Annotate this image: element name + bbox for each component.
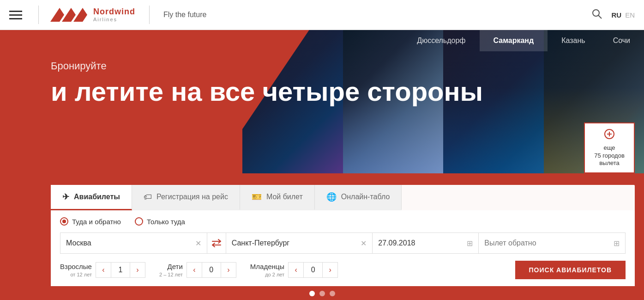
children-stepper: ‹ 0 › <box>187 262 236 278</box>
dest-tabs: Дюссельдорф Самарканд Казань Сочи <box>403 30 644 51</box>
more-cities-label2: вылета <box>599 159 620 166</box>
more-cities-badge[interactable]: еще 75 городов вылета <box>584 122 635 173</box>
tagline: Fly the future <box>163 11 592 19</box>
to-clear-icon[interactable]: ✕ <box>361 239 367 248</box>
myticket-icon: 🎫 <box>252 192 262 202</box>
from-field[interactable]: ✕ <box>60 233 207 254</box>
search-fields-row: ✕ ✕ ⊞ ⊞ <box>60 233 626 254</box>
adults-count: 1 <box>111 262 130 278</box>
search-icon[interactable] <box>592 9 602 21</box>
tab-checkin[interactable]: 🏷 Регистрация на рейс <box>132 185 240 210</box>
scoreboard-icon: 🌐 <box>326 192 337 202</box>
radio-roundtrip-circle <box>60 217 68 226</box>
infants-count: 0 <box>304 262 322 278</box>
dest-tab-kazan[interactable]: Казань <box>548 30 599 51</box>
airtickets-icon: ✈ <box>62 192 69 202</box>
infants-group: Младенцы до 2 лет ‹ 0 › <box>250 262 338 278</box>
tab-scoreboard[interactable]: 🌐 Онлайн-табло <box>315 185 402 210</box>
header-divider-1 <box>38 6 39 24</box>
more-cities-text: еще 75 городов вылета <box>594 144 625 168</box>
hero-subtitle: Бронируйте <box>51 60 483 72</box>
more-cities-count: 75 городов <box>594 152 625 159</box>
from-input[interactable] <box>66 239 192 247</box>
hero-title: и летите на все четыре стороны <box>51 77 483 106</box>
search-button[interactable]: ПОИСК АВИАБИЛЕТОВ <box>515 261 626 279</box>
logo-text: Nordwind Airlines <box>93 7 135 22</box>
depart-date-field[interactable]: ⊞ <box>373 233 479 254</box>
widget-body: Туда и обратно Только туда ✕ <box>51 210 635 286</box>
children-group: Дети 2 – 12 лет ‹ 0 › <box>159 262 236 278</box>
adults-increment-button[interactable]: › <box>130 262 145 278</box>
carousel-dot-2[interactable] <box>319 291 325 296</box>
dest-tab-samarkand[interactable]: Самарканд <box>480 30 548 51</box>
radio-roundtrip[interactable]: Туда и обратно <box>60 217 121 226</box>
children-increment-button[interactable]: › <box>221 262 236 278</box>
adults-stepper: ‹ 1 › <box>96 262 145 278</box>
lang-switcher: RU EN <box>611 11 635 19</box>
return-date-input[interactable] <box>484 239 614 247</box>
passengers-row: Взрослые от 12 лет ‹ 1 › Дети 2 – 12 лет <box>60 261 626 279</box>
checkin-icon: 🏷 <box>144 192 152 202</box>
booking-widget: ✈ Авиабилеты 🏷 Регистрация на рейс 🎫 Мой… <box>51 185 635 286</box>
menu-icon[interactable] <box>9 11 22 19</box>
children-count: 0 <box>202 262 221 278</box>
logo[interactable]: Nordwind Airlines <box>48 6 135 24</box>
lang-en-btn[interactable]: EN <box>625 11 635 19</box>
adults-label: Взрослые от 12 лет <box>60 262 92 278</box>
children-decrement-button[interactable]: ‹ <box>187 262 202 278</box>
carousel-dot-1[interactable] <box>309 291 315 296</box>
header-right: RU EN <box>592 9 635 21</box>
infants-stepper: ‹ 0 › <box>288 262 338 278</box>
hero-text: Бронируйте и летите на все четыре сторон… <box>51 60 483 106</box>
site-header: Nordwind Airlines Fly the future RU EN <box>0 0 644 30</box>
adults-decrement-button[interactable]: ‹ <box>96 262 111 278</box>
carousel-dots <box>309 291 335 296</box>
tab-myticket[interactable]: 🎫 Мой билет <box>240 185 315 210</box>
infants-label: Младенцы до 2 лет <box>250 262 284 278</box>
radio-oneway-circle <box>135 217 143 226</box>
from-clear-icon[interactable]: ✕ <box>195 239 201 248</box>
swap-button[interactable] <box>207 233 226 254</box>
return-calendar-icon[interactable]: ⊞ <box>614 239 620 248</box>
infants-increment-button[interactable]: › <box>322 262 338 278</box>
more-cities-plus-icon <box>604 129 615 142</box>
dest-tab-dusseldorf[interactable]: Дюссельдорф <box>403 30 479 51</box>
to-input[interactable] <box>232 239 357 247</box>
hero-section: Дюссельдорф Самарканд Казань Сочи Бронир… <box>0 30 644 300</box>
tab-airtickets[interactable]: ✈ Авиабилеты <box>51 185 132 210</box>
children-label: Дети 2 – 12 лет <box>159 262 183 278</box>
adults-group: Взрослые от 12 лет ‹ 1 › <box>60 262 145 278</box>
widget-tabs: ✈ Авиабилеты 🏷 Регистрация на рейс 🎫 Мой… <box>51 185 635 210</box>
depart-calendar-icon[interactable]: ⊞ <box>467 239 473 248</box>
svg-marker-0 <box>50 8 64 22</box>
lang-ru-btn[interactable]: RU <box>611 11 621 19</box>
dest-tab-sochi[interactable]: Сочи <box>599 30 644 51</box>
return-date-field[interactable]: ⊞ <box>479 233 626 254</box>
svg-point-3 <box>593 10 599 16</box>
svg-line-4 <box>598 15 602 18</box>
brand-sub: Airlines <box>93 17 135 22</box>
to-field[interactable]: ✕ <box>226 233 373 254</box>
infants-decrement-button[interactable]: ‹ <box>288 262 304 278</box>
logo-svg <box>48 6 90 24</box>
brand-name: Nordwind <box>93 7 135 17</box>
header-divider-2 <box>149 6 150 24</box>
carousel-dot-3[interactable] <box>330 291 335 296</box>
depart-date-input[interactable] <box>378 239 467 247</box>
more-cities-label-еще: еще <box>603 144 615 151</box>
trip-type-group: Туда и обратно Только туда <box>60 217 626 226</box>
radio-oneway[interactable]: Только туда <box>135 217 185 226</box>
